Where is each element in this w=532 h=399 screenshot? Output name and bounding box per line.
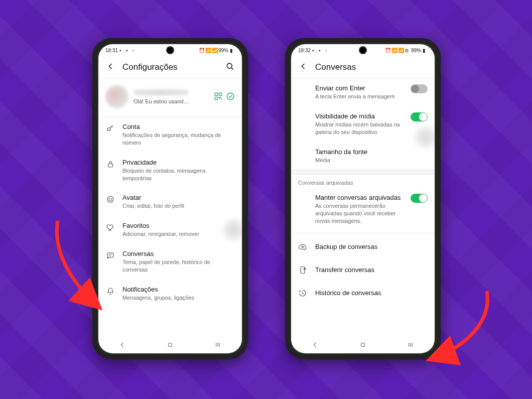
app-bar: Conversas (291, 56, 435, 78)
wifi-icon: 📶 (205, 48, 210, 53)
settings-item-avatar[interactable]: Avatar Criar, editar, foto do perfil (98, 188, 242, 216)
signal-icon: 📶 (212, 48, 217, 53)
chat-settings-list: Enviar com Enter A tecla Enter envia a m… (291, 78, 435, 336)
svg-point-8 (109, 199, 109, 199)
page-title: Conversas (315, 62, 428, 72)
search-icon[interactable] (225, 61, 235, 73)
alarm-icon: ⏰ (199, 48, 204, 53)
row-label: Transferir conversas (315, 266, 374, 274)
lock-icon (105, 159, 115, 169)
toggle-media-visibility[interactable] (411, 112, 428, 121)
row-font-size[interactable]: Tamanho da fonte Média (291, 142, 435, 170)
row-title: Enviar com Enter (315, 84, 404, 92)
svg-point-5 (107, 128, 110, 131)
settings-list: Olá! Eu estou usand… Conta Notificações … (98, 78, 242, 336)
toggle-enter-to-send[interactable] (411, 84, 428, 93)
row-subtitle: A tecla Enter envia a mensagem (315, 93, 404, 100)
battery-icon: ▮ (230, 48, 235, 53)
android-nav-bar (291, 336, 435, 353)
alarm-icon: ⏰ (385, 48, 390, 53)
row-title: Visibilidade de mídia (315, 112, 404, 120)
profile-status-text: Olá! Eu estou usand… (134, 98, 209, 104)
section-separator (291, 170, 435, 175)
row-keep-archived[interactable]: Manter conversas arquivadas As conversas… (291, 188, 435, 231)
item-subtitle: Mensagens, grupos, ligações (122, 294, 235, 302)
status-time: 18:32 (298, 48, 311, 53)
item-subtitle: Tema, papel de parede, histórico de conv… (122, 258, 235, 274)
row-title: Tamanho da fonte (315, 148, 428, 156)
svg-rect-10 (107, 253, 113, 257)
page-title: Configurações (122, 62, 218, 72)
status-notif-icon: ▪ (312, 48, 317, 53)
back-icon[interactable] (298, 61, 308, 73)
phone-transfer-icon (298, 265, 307, 275)
svg-point-4 (227, 93, 234, 100)
phone-camera (360, 47, 366, 53)
qr-icon[interactable] (214, 92, 223, 102)
chat-icon (105, 250, 115, 260)
blurred-overlay (415, 126, 435, 149)
bell-icon (105, 286, 115, 296)
divider (291, 233, 435, 233)
item-title: Favoritos (122, 222, 235, 229)
svg-point-0 (227, 63, 232, 68)
status-notif-icon: ▫ (325, 48, 330, 53)
svg-rect-11 (169, 343, 172, 347)
profile-name-blurred (134, 89, 189, 95)
nav-recents-icon[interactable] (407, 341, 415, 349)
svg-point-9 (111, 199, 112, 199)
status-battery: 99% (218, 48, 228, 53)
android-nav-bar (98, 336, 242, 353)
phone-camera (167, 47, 173, 53)
row-transfer[interactable]: Transferir conversas (291, 258, 435, 282)
toggle-keep-archived[interactable] (411, 194, 428, 203)
nav-recents-icon[interactable] (214, 341, 222, 349)
item-subtitle: Bloqueio de contatos, mensagens temporár… (122, 167, 235, 182)
nav-home-icon[interactable] (359, 341, 367, 349)
settings-item-notifications[interactable]: Notificações Mensagens, grupos, ligações (98, 280, 242, 308)
item-title: Notificações (122, 286, 235, 293)
back-icon[interactable] (105, 61, 115, 73)
svg-rect-13 (361, 343, 365, 347)
svg-rect-1 (215, 93, 217, 95)
svg-rect-2 (219, 93, 222, 95)
status-notif-icon: ▫ (132, 48, 138, 53)
settings-item-privacy[interactable]: Privacidade Bloqueio de contatos, mensag… (98, 153, 242, 188)
phone-left: 18:31 ▪ ▪ ▫ ⏰ 📶 📶 99% ▮ Configurações (92, 38, 248, 359)
heart-icon (105, 222, 115, 232)
wifi-icon: 📶 (391, 48, 396, 53)
profile-row[interactable]: Olá! Eu estou usand… (98, 78, 242, 117)
avatar (105, 85, 128, 108)
row-subtitle: Média (315, 157, 428, 164)
item-subtitle: Criar, editar, foto do perfil (122, 202, 235, 210)
item-title: Privacidade (122, 159, 235, 166)
face-icon (105, 194, 115, 204)
nav-home-icon[interactable] (166, 341, 174, 349)
status-notif-icon: ▪ (319, 48, 324, 53)
status-battery: 99% (411, 48, 421, 53)
row-subtitle: As conversas permanecerão arquivadas qua… (315, 202, 404, 225)
history-icon (298, 289, 307, 298)
app-bar: Configurações (98, 56, 242, 78)
row-label: Backup de conversas (315, 243, 377, 250)
settings-item-chats[interactable]: Conversas Tema, papel de parede, históri… (98, 244, 242, 280)
status-time: 18:31 (105, 48, 118, 53)
settings-item-account[interactable]: Conta Notificações de segurança, mudança… (98, 117, 242, 153)
nav-back-icon[interactable] (118, 341, 126, 349)
row-media-visibility[interactable]: Visibilidade de mídia Mostrar mídias rec… (291, 106, 435, 142)
row-backup[interactable]: Backup de conversas (291, 235, 435, 258)
signal-icon: 📶 (398, 48, 403, 53)
svg-point-7 (107, 196, 113, 202)
svg-rect-6 (108, 164, 113, 167)
screen-chats: 18:32 ▪ ▪ ▫ ⏰ 📶 📶 ⊘ 99% ▮ Conversas (291, 44, 435, 353)
cloud-up-icon (298, 242, 307, 251)
row-enter-to-send[interactable]: Enviar com Enter A tecla Enter envia a m… (291, 78, 435, 106)
row-history[interactable]: Histórico de conversas (291, 282, 435, 305)
svg-rect-12 (301, 267, 305, 274)
item-subtitle: Notificações de segurança, mudança de nú… (122, 131, 235, 147)
item-subtitle: Adicionar, reorganizar, remover (122, 230, 235, 238)
nav-back-icon[interactable] (311, 341, 319, 349)
item-title: Conversas (122, 250, 235, 257)
add-account-icon[interactable] (226, 92, 235, 102)
settings-item-favorites[interactable]: Favoritos Adicionar, reorganizar, remove… (98, 216, 242, 244)
